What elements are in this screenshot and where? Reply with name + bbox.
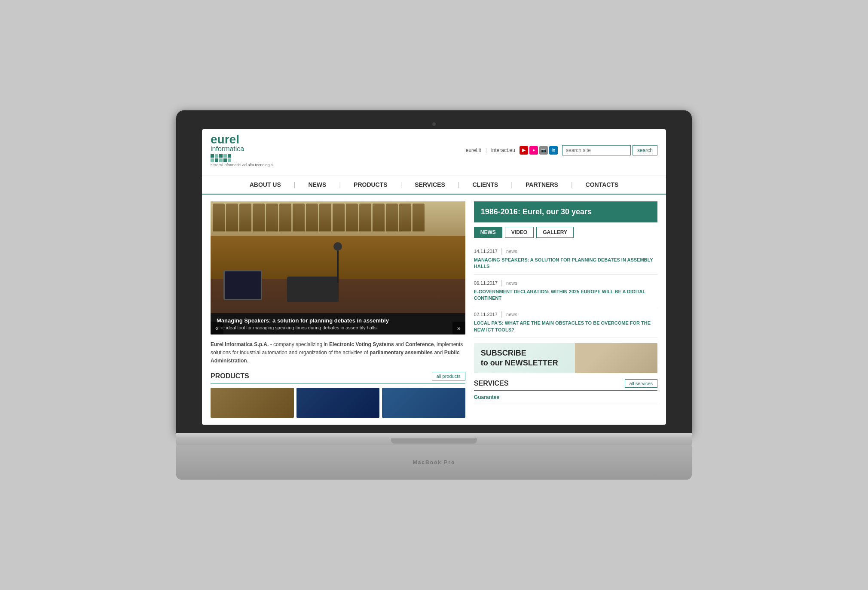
tab-video[interactable]: VIDEO [505, 227, 534, 238]
grid-cell [219, 158, 223, 162]
slider-prev-button[interactable]: « [211, 322, 223, 335]
desc-text-8: and [433, 350, 444, 356]
search-input[interactable] [562, 145, 631, 155]
tab-gallery[interactable]: GALLERY [536, 227, 574, 238]
site-navigation: ABOUT US | NEWS | PRODUCTS | SERVICES | … [202, 176, 666, 195]
grid-cell [219, 154, 223, 158]
seat [386, 204, 398, 231]
logo-area: eurel informatica [211, 134, 273, 167]
news-date-1: 14.11.2017 [474, 249, 498, 254]
grid-cell [211, 154, 214, 158]
desc-text-2: - company specializing in [269, 341, 329, 347]
all-products-button[interactable]: all products [432, 372, 465, 380]
services-section-header: SERVICES all services [474, 379, 657, 391]
evs-text: Electronic Voting Systems [329, 341, 394, 347]
link-separator: | [486, 147, 487, 153]
news-date-2: 06.11.2017 [474, 280, 498, 286]
laptop-screen: eurel informatica [202, 129, 666, 425]
search-button[interactable]: search [633, 145, 657, 155]
news-meta-2: 06.11.2017 | news [474, 279, 657, 287]
subscribe-banner[interactable]: SUBSCRIBEto our NEWSLETTER [474, 343, 657, 373]
news-date-3: 02.11.2017 [474, 312, 498, 317]
news-item-2: 06.11.2017 | news E-GOVERNMENT DECLARATI… [474, 275, 657, 307]
laptop-keyboard: MacBook Pro [176, 445, 692, 480]
subscribe-text: SUBSCRIBEto our NEWSLETTER [474, 343, 575, 373]
conference-room-bg [211, 201, 465, 313]
seat [373, 204, 385, 231]
seat [306, 204, 318, 231]
nav-services[interactable]: SERVICES [415, 179, 445, 190]
hero-slider: Managing Speakers: a solution for planni… [211, 201, 465, 335]
services-title: SERVICES [474, 380, 509, 387]
header-right: eurel.it | interact.eu ▶ ● 📷 in se [466, 145, 657, 155]
news-title-2[interactable]: E-GOVERNMENT DECLARATION: WITHIN 2025 EU… [474, 289, 657, 302]
grid-cell [228, 154, 231, 158]
services-section: SERVICES all services Guarantee [474, 379, 657, 404]
news-list: 14.11.2017 | news MANAGING SPEAKERS: A S… [474, 243, 657, 338]
site-header: eurel informatica [202, 129, 666, 176]
product-thumbnail-2[interactable] [296, 388, 380, 418]
hero-title-banner: 1986-2016: Eurel, our 30 years [474, 201, 657, 222]
conference-screen [223, 270, 262, 300]
news-type-1: news [506, 249, 517, 254]
logo-sub: informatica [211, 146, 273, 152]
logo-grid [211, 154, 273, 162]
news-meta-1: 14.11.2017 | news [474, 247, 657, 255]
product-thumbnail-3[interactable] [382, 388, 465, 418]
nav-news[interactable]: NEWS [308, 179, 326, 190]
seat [266, 204, 278, 231]
news-title-1[interactable]: MANAGING SPEAKERS: A SOLUTION FOR PLANNI… [474, 257, 657, 270]
nav-products[interactable]: PRODUCTS [354, 179, 388, 190]
grid-cell [228, 158, 231, 162]
seat [333, 204, 345, 231]
product-thumbnail-1[interactable] [211, 388, 294, 418]
news-tabs: NEWS VIDEO GALLERY [474, 227, 657, 238]
slider-next-button[interactable]: » [452, 322, 465, 335]
laptop-notch [391, 438, 477, 444]
nav-contacts[interactable]: CONTACTS [586, 179, 619, 190]
nav-about-us[interactable]: ABOUT US [250, 179, 281, 190]
products-section-header: PRODUCTS all products [211, 372, 465, 383]
camera-icon[interactable]: 📷 [539, 146, 548, 155]
desc-text-10: . [247, 358, 248, 364]
seat [253, 204, 265, 231]
guarantee-item: Guarantee [474, 391, 657, 404]
nav-partners[interactable]: PARTNERS [526, 179, 558, 190]
interact-link[interactable]: interact.eu [491, 147, 515, 153]
products-title: PRODUCTS [211, 372, 249, 380]
grid-cell [215, 158, 218, 162]
news-title-3[interactable]: LOCAL PA'S: WHAT ARE THE MAIN OBSTACLES … [474, 320, 657, 333]
macbook-label: MacBook Pro [413, 459, 455, 465]
tab-news[interactable]: NEWS [474, 227, 502, 238]
seat [319, 204, 331, 231]
nav-sep: | [294, 179, 296, 190]
nav-sep: | [571, 179, 573, 190]
news-item-1: 14.11.2017 | news MANAGING SPEAKERS: A S… [474, 243, 657, 275]
subscribe-image [575, 343, 657, 373]
hero-caption-text: The ideal tool for managing speaking tim… [217, 325, 459, 330]
nav-sep: | [339, 179, 341, 190]
linkedin-icon[interactable]: in [549, 146, 558, 155]
news-item-3: 02.11.2017 | news LOCAL PA'S: WHAT ARE T… [474, 306, 657, 338]
eurel-link[interactable]: eurel.it [466, 147, 481, 153]
conference-equipment [287, 277, 339, 302]
flickr-icon[interactable]: ● [529, 146, 538, 155]
content-right: 1986-2016: Eurel, our 30 years NEWS VIDE… [474, 201, 657, 418]
social-icons: ▶ ● 📷 in [520, 146, 558, 155]
nav-sep: | [511, 179, 513, 190]
company-name: Eurel Informatica S.p.A. [211, 341, 269, 347]
site-content: Managing Speakers: a solution for planni… [202, 195, 666, 425]
header-links: eurel.it | interact.eu [466, 147, 515, 153]
logo-block: eurel informatica [211, 134, 273, 167]
screen-bezel: eurel informatica [176, 110, 692, 434]
hero-caption: Managing Speakers: a solution for planni… [211, 313, 465, 335]
laptop-base [176, 433, 692, 445]
products-grid [211, 388, 465, 418]
logo-brand: eurel [211, 134, 273, 146]
youtube-icon[interactable]: ▶ [520, 146, 528, 155]
seat [399, 204, 411, 231]
laptop-camera [432, 122, 436, 126]
seat [213, 204, 225, 231]
nav-clients[interactable]: CLIENTS [472, 179, 498, 190]
all-services-button[interactable]: all services [625, 379, 657, 388]
